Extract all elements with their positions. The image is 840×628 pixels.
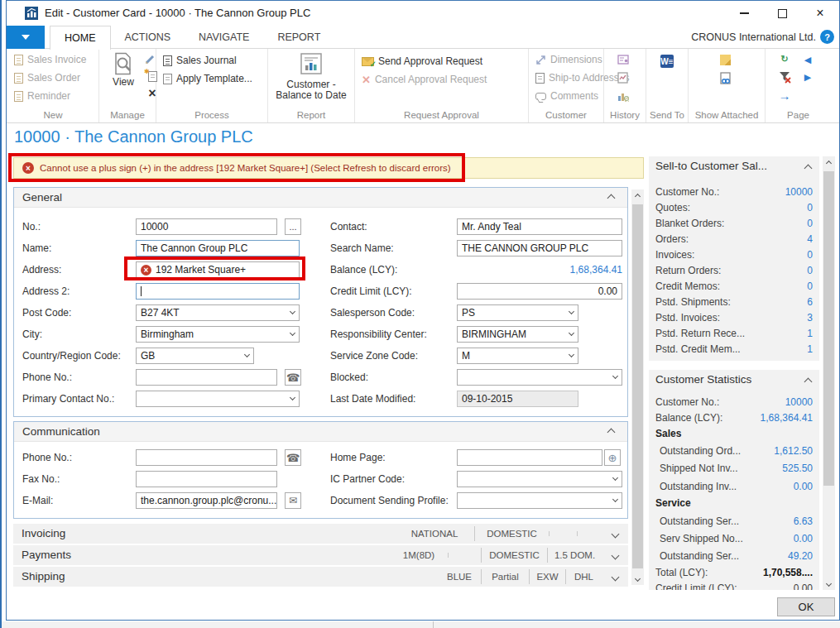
responsibility-center-field[interactable]: BIRMINGHAM [457,326,578,343]
tab-home[interactable]: HOME [50,26,111,50]
send-approval-request-button[interactable]: ✓ Send Approval Request [362,54,482,69]
scroll-down-button[interactable] [823,577,835,590]
links-button[interactable] [719,71,732,86]
chevron-down-icon[interactable] [569,309,574,314]
primary-contact-field[interactable] [136,391,300,407]
apply-template-button[interactable]: Apply Template... [163,71,252,86]
scrollbar-thumb[interactable] [823,171,834,486]
scroll-up-button[interactable] [823,156,835,170]
tab-navigate[interactable]: NAVIGATE [185,26,263,49]
chevron-down-icon[interactable] [612,496,618,502]
factbox-row-value[interactable]: 0 [807,280,813,292]
ic-partner-field[interactable] [457,471,622,487]
address2-field[interactable] [136,283,300,300]
chevron-down-icon[interactable] [569,330,574,336]
refresh-button[interactable]: ↻ [777,51,792,66]
notes-button[interactable] [720,52,731,67]
general-header[interactable]: General [14,188,627,208]
chevron-down-icon[interactable] [612,373,618,379]
credit-limit-value[interactable]: 0.00 [794,582,813,590]
factbox-row-value[interactable]: 0 [807,202,813,213]
cancel-approval-request-button[interactable]: ✕ Cancel Approval Request [362,72,487,87]
view-button[interactable]: View [106,52,141,88]
contact-field[interactable]: Mr. Andy Teal [457,218,622,235]
collapse-chevron-icon[interactable] [607,194,616,203]
factbox-row-value[interactable]: 0.00 [794,533,813,544]
ok-button[interactable]: OK [777,597,835,616]
dimensions-button[interactable]: Dimensions [535,52,602,67]
factbox-row-value[interactable]: 3 [807,312,813,324]
sales-invoice-button[interactable]: Sales Invoice [14,52,86,67]
collapse-chevron-icon[interactable] [804,165,813,173]
make-phone-call-button[interactable]: ☎ [285,449,301,466]
tab-actions[interactable]: ACTIONS [111,26,185,49]
chevron-down-icon[interactable] [290,330,295,336]
entry-statistics-button[interactable] [617,89,629,103]
factbox-row-value[interactable]: 10000 [785,396,813,408]
document-sending-profile-field[interactable] [457,492,622,509]
factbox-row-value[interactable]: 0 [807,265,813,276]
factbox-row-value[interactable]: 1,612.50 [774,445,813,457]
home-page-field[interactable] [457,449,602,466]
tab-report[interactable]: REPORT [263,26,334,49]
fax-field[interactable] [136,471,277,487]
factbox-row-value[interactable]: 6.63 [794,515,813,527]
address-field[interactable]: × 192 Market Square+ [136,261,300,278]
factbox-row-value[interactable]: 49.20 [788,550,813,562]
country-region-field[interactable]: GB [136,348,254,364]
no-field[interactable]: 10000 [136,218,277,235]
blocked-field[interactable] [457,369,622,386]
balance-value-link[interactable]: 1,68,364.41 [457,261,622,278]
total-value[interactable]: 1,70,558.... [763,567,813,578]
collapse-chevron-icon[interactable] [804,378,813,386]
invoicing-fasttab[interactable]: Invoicing NATIONAL DOMESTIC [13,524,628,544]
scroll-up-button[interactable] [631,189,644,203]
customer-balance-button[interactable]: Customer - Balance to Date [268,53,354,74]
assist-edit-button[interactable]: ... [285,218,301,235]
chevron-down-icon[interactable] [290,395,295,400]
factbox-row-value[interactable]: 0 [807,218,813,229]
factbox-row-value[interactable]: 525.50 [782,463,813,474]
factbox-row-value[interactable]: 6 [807,296,813,308]
factbox-row-value[interactable]: 1 [807,328,813,339]
expand-chevron-icon[interactable] [612,573,620,582]
help-button[interactable]: ? [820,30,834,44]
sales-order-button[interactable]: Sales Order [14,70,80,85]
previous-button[interactable]: ◀ [800,52,815,67]
communication-header[interactable]: Communication [14,422,627,442]
sales-journal-button[interactable]: Sales Journal [163,53,237,68]
chevron-down-icon[interactable] [244,352,250,357]
factbox-row-value[interactable]: 1 [807,343,813,355]
expand-chevron-icon[interactable] [612,552,620,560]
close-button[interactable]: × [801,1,839,26]
scroll-down-button[interactable] [631,572,644,585]
clear-filter-button[interactable] [777,70,792,84]
factbox-row-value[interactable]: 0.00 [794,481,813,492]
salesperson-field[interactable]: PS [457,304,578,321]
contact-history-button[interactable] [617,52,629,67]
factbox-row-value[interactable]: 10000 [785,186,813,198]
scrollbar-thumb[interactable] [632,204,643,568]
service-zone-field[interactable]: M [457,348,578,364]
minimize-button[interactable] [725,1,763,26]
factbox-row-value[interactable]: 0 [807,249,813,261]
comments-button[interactable]: Comments [535,89,598,103]
city-field[interactable]: Birmingham [136,326,300,343]
expand-chevron-icon[interactable] [612,530,620,539]
go-to-button[interactable]: → [777,88,792,103]
search-name-field[interactable]: THE CANNON GROUP PLC [457,240,622,256]
collapse-chevron-icon[interactable] [607,429,616,437]
chevron-down-icon[interactable] [290,309,295,314]
credit-limit-field[interactable]: 0.00 [457,283,622,300]
application-menu-button[interactable] [7,26,45,49]
send-to-word-button[interactable]: W≡ [660,54,674,69]
factbox-row-value[interactable]: 4 [807,233,813,245]
send-email-button[interactable]: ✉ [285,492,301,509]
chevron-down-icon[interactable] [612,475,618,481]
chevron-down-icon[interactable] [569,352,574,357]
reminder-button[interactable]: Reminder [14,89,70,103]
factbox-row-value[interactable]: 1,68,364.41 [761,412,813,424]
payments-fasttab[interactable]: Payments 1M(8D) DOMESTIC 1.5 DOM. [13,545,628,565]
email-field[interactable]: the.cannon.group.plc@cronu... [136,492,277,509]
name-field[interactable]: The Cannon Group PLC [136,240,300,256]
